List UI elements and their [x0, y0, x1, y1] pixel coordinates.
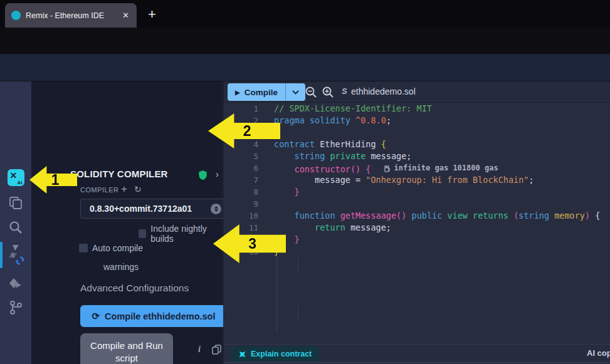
sidebar-item-deploy-run[interactable]: [0, 277, 31, 293]
code-token: message =: [274, 175, 365, 185]
sidebar-item-file-explorer[interactable]: [0, 195, 31, 211]
code-token: ): [585, 211, 590, 221]
code-token: [406, 211, 411, 221]
code-token: [508, 211, 513, 221]
editor-toolbar: ▶Compile S ethhidedemo.sol: [223, 81, 610, 103]
code-editor-region: ▶Compile S ethhidedemo.sol 1234567891011…: [223, 81, 610, 364]
refresh-icon: ⟳: [92, 311, 100, 322]
gas-pump-icon: [384, 165, 391, 172]
new-tab-button[interactable]: +: [148, 5, 156, 24]
copy-icon[interactable]: [212, 345, 221, 355]
sidebar-item-remix-ai[interactable]: ✕AI: [0, 169, 31, 186]
chevron-down-icon: [292, 90, 299, 95]
sidebar-item-solidity-compiler[interactable]: [0, 243, 31, 267]
code-line[interactable]: }: [274, 246, 610, 257]
browser-tab[interactable]: Remix - Ethereum IDE ✕: [5, 3, 137, 28]
code-token: // SPDX-License-Identifier: MIT: [274, 103, 432, 113]
code-token: memory: [554, 211, 585, 221]
code-content[interactable]: // SPDX-License-Identifier: MITpragma so…: [274, 103, 610, 257]
compile-file-button[interactable]: ⟳ Compile ethhidedemo.sol: [80, 305, 227, 327]
chevron-right-icon[interactable]: ›: [216, 169, 219, 179]
code-line[interactable]: contract EtherHiding {: [274, 138, 610, 150]
code-line[interactable]: }: [274, 234, 610, 246]
line-number: 11: [223, 222, 258, 234]
compile-and-run-button[interactable]: Compile and Run script: [80, 333, 173, 364]
include-nightly-row: Include nightly builds: [139, 224, 222, 244]
explain-contract-button[interactable]: Explain contract: [231, 346, 319, 361]
version-spinner-icon[interactable]: [211, 204, 221, 214]
compile-dropdown-toggle[interactable]: [285, 83, 305, 101]
code-line[interactable]: // SPDX-License-Identifier: MIT: [274, 103, 610, 115]
code-line[interactable]: string private message;: [274, 150, 610, 162]
code-token: getMessaage: [340, 211, 396, 221]
code-token: solidity: [310, 115, 350, 125]
code-token: [274, 164, 295, 174]
code-token: (): [350, 164, 360, 174]
code-token: message;: [365, 151, 411, 161]
include-nightly-label: Include nightly builds: [150, 224, 222, 244]
line-number: 8: [223, 186, 258, 198]
code-token: }: [295, 234, 300, 244]
files-icon: [8, 195, 23, 211]
code-token: private: [330, 151, 365, 161]
auto-compile-row: Auto compile: [79, 243, 143, 253]
code-line[interactable]: return message;: [274, 222, 610, 234]
open-file-name[interactable]: ethhidedemo.sol: [351, 86, 416, 96]
code-token: view: [447, 211, 468, 221]
panel-title: SOLIDITY COMPILER: [70, 169, 168, 179]
code-token: string: [518, 211, 549, 221]
indent-guide: [298, 258, 298, 273]
code-token: [468, 211, 473, 221]
line-number: 5: [223, 150, 258, 162]
advanced-label: Advanced Configurations: [80, 283, 189, 294]
code-line[interactable]: message = "Onhexgroup: Hi from BlockChai…: [274, 174, 610, 186]
info-icon[interactable]: i: [198, 345, 201, 355]
code-token: {: [365, 164, 371, 174]
git-branch-icon: [8, 299, 23, 316]
code-token: {: [590, 211, 600, 221]
include-nightly-checkbox[interactable]: [139, 229, 146, 238]
sidebar-item-search[interactable]: [0, 220, 31, 235]
code-token: (): [396, 211, 406, 221]
zoom-in-icon[interactable]: [322, 86, 334, 98]
code-token: ^0.8.0: [355, 115, 386, 125]
reload-compiler-icon[interactable]: ↻: [134, 184, 142, 194]
auto-compile-checkbox[interactable]: [79, 244, 88, 252]
code-line[interactable]: constructor() {infinite gas 101800 gas: [274, 162, 610, 174]
code-line[interactable]: }: [274, 186, 610, 198]
editor-bottom-bar: Explain contract AI copil: [223, 344, 610, 363]
line-number: 6: [223, 162, 258, 174]
code-line[interactable]: [274, 198, 610, 210]
auto-compile-label: Auto compile: [92, 243, 143, 253]
code-token: [274, 211, 295, 221]
compiler-version-select[interactable]: 0.8.30+commit.73712a01: [80, 199, 227, 219]
code-token: }: [295, 187, 300, 197]
ai-copilot-label: AI copil: [587, 348, 610, 358]
remix-ai-spark-icon: [238, 350, 246, 358]
code-token: string: [295, 151, 325, 161]
code-token: [335, 211, 340, 221]
code-token: [274, 222, 315, 232]
advanced-configurations[interactable]: Advanced Configurations ›: [80, 282, 227, 294]
code-line[interactable]: function getMessaage() public view retur…: [274, 210, 610, 222]
code-token: ;: [386, 115, 391, 125]
code-token: public: [412, 211, 443, 221]
line-number: 9: [223, 198, 258, 210]
code-token: constructor: [295, 164, 350, 174]
indent-guide: [298, 306, 298, 321]
sidebar-item-git[interactable]: [0, 299, 31, 316]
code-token: return: [315, 222, 345, 232]
code-line[interactable]: [274, 127, 610, 138]
deploy-run-icon: [8, 277, 24, 293]
hide-warnings-label: warnings: [103, 262, 139, 272]
play-icon: ▶: [235, 89, 240, 96]
browser-tab-strip: Remix - Ethereum IDE ✕ +: [0, 0, 610, 28]
code-line[interactable]: pragma solidity ^0.8.0;: [274, 115, 610, 127]
code-token: EtherHiding: [315, 139, 381, 149]
compile-split-button[interactable]: ▶Compile: [228, 83, 305, 101]
close-tab-icon[interactable]: ✕: [121, 11, 130, 20]
compile-button-label: Compile: [245, 88, 278, 97]
zoom-out-icon[interactable]: [305, 86, 317, 98]
add-compiler-icon[interactable]: +: [121, 183, 127, 195]
line-number: 10: [223, 210, 258, 222]
